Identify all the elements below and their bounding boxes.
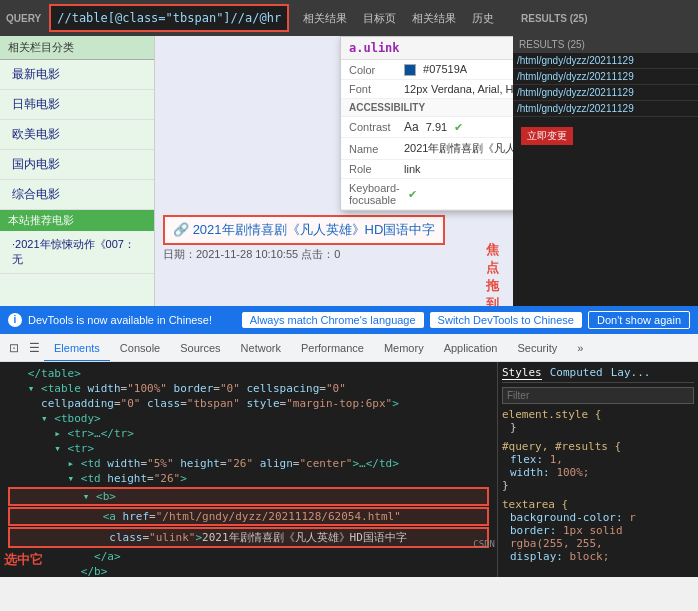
cursor-icon[interactable]: ⊡ bbox=[4, 334, 24, 362]
styles-tab[interactable]: Styles bbox=[502, 366, 542, 380]
sidebar-item-recommended[interactable]: ·2021年惊悚动作《007：无 bbox=[0, 231, 154, 274]
top-tab-2[interactable]: 目标页 bbox=[355, 0, 404, 36]
result-item-1[interactable]: /html/gndy/dyzz/20211129 bbox=[513, 53, 698, 69]
top-tab-4[interactable]: 历史 bbox=[464, 0, 502, 36]
tooltip-keyboard-value: ✔ bbox=[404, 188, 513, 201]
results-header: RESULTS (25) bbox=[513, 36, 698, 53]
csdn-watermark: CSDN bbox=[473, 539, 495, 549]
tooltip-font-row: Font 12px Verdana, Arial, Helvetica, san… bbox=[341, 80, 513, 99]
results-count: RESULTS (25) bbox=[519, 39, 585, 50]
tooltip-color-value: #07519A bbox=[404, 63, 513, 76]
result-item-3[interactable]: /html/gndy/dyzz/20211129 bbox=[513, 85, 698, 101]
notification-text: DevTools is now available in Chinese! bbox=[28, 314, 236, 326]
sidebar-item-western[interactable]: 欧美电影 bbox=[0, 120, 154, 150]
tab-elements[interactable]: Elements bbox=[44, 334, 110, 362]
css-prop-border: border: 1px solid bbox=[510, 524, 694, 537]
tooltip-popup: a.ulink 234.14 × 15 Color #07519A Font 1… bbox=[340, 36, 513, 211]
sidebar-header: 相关栏目分类 bbox=[0, 36, 154, 60]
switch-devtools-button[interactable]: Switch DevTools to Chinese bbox=[430, 312, 582, 328]
color-hex: #07519A bbox=[423, 63, 467, 75]
mobile-icon[interactable]: ☰ bbox=[24, 334, 44, 362]
tooltip-contrast-value: Aa 7.91 ✔ bbox=[404, 120, 513, 134]
tooltip-keyboard-row: Keyboard-focusable ✔ bbox=[341, 179, 513, 210]
tooltip-tag: a.ulink bbox=[349, 41, 400, 55]
highlighted-link-area: 🔗 2021年剧情喜剧《凡人英雄》HD国语中字 日期：2021-11-28 10… bbox=[155, 211, 513, 266]
element-style-block: element.style { } bbox=[502, 408, 694, 434]
immediate-result-btn[interactable]: 立即变更 bbox=[521, 127, 573, 145]
textarea-block: textarea { background-color: r border: 1… bbox=[502, 498, 694, 563]
tooltip-role-value: link bbox=[404, 163, 513, 175]
tab-more[interactable]: » bbox=[567, 334, 593, 362]
devtools-notification-bar: i DevTools is now available in Chinese! … bbox=[0, 306, 698, 334]
middle-content: a.ulink 234.14 × 15 Color #07519A Font 1… bbox=[155, 36, 513, 306]
keyboard-check-icon: ✔ bbox=[408, 188, 417, 200]
tooltip-role-label: Role bbox=[349, 163, 404, 175]
css-prop-rgba: rgba(255, 255, bbox=[510, 537, 694, 550]
tree-line-13: </b> bbox=[8, 564, 489, 577]
tooltip-color-label: Color bbox=[349, 64, 404, 76]
tree-line-1: </table> bbox=[8, 366, 489, 381]
css-selector-2: textarea { bbox=[502, 498, 568, 511]
css-selector-1: #query, #results { bbox=[502, 440, 621, 453]
main-content: 相关栏目分类 最新电影 日韩电影 欧美电影 国内电影 综合电影 本站推荐电影 ·… bbox=[0, 36, 698, 306]
tooltip-header: a.ulink 234.14 × 15 bbox=[341, 37, 513, 60]
tree-line-11: class="ulink">2021年剧情喜剧《凡人英雄》HD国语中字 bbox=[8, 527, 489, 548]
tab-network[interactable]: Network bbox=[231, 334, 291, 362]
aa-label: Aa bbox=[404, 120, 419, 134]
top-tab-3[interactable]: 相关结果 bbox=[404, 0, 464, 36]
tooltip-name-value: 2021年剧情喜剧《凡人英雄》HD国语... bbox=[404, 141, 513, 156]
tooltip-contrast-row: Contrast Aa 7.91 ✔ bbox=[341, 117, 513, 138]
result-right-panel: RESULTS (25) /html/gndy/dyzz/20211129 /h… bbox=[513, 36, 698, 306]
tooltip-font-value: 12px Verdana, Arial, Helvetica, sans-ser… bbox=[404, 83, 513, 95]
sidebar-item-newest[interactable]: 最新电影 bbox=[0, 60, 154, 90]
css-prop-flex: flex: 1, bbox=[510, 453, 694, 466]
dismiss-button[interactable]: Don't show again bbox=[588, 311, 690, 329]
tooltip-name-row: Name 2021年剧情喜剧《凡人英雄》HD国语... bbox=[341, 138, 513, 160]
results-label: RESULTS (25) bbox=[517, 13, 592, 24]
tree-line-3: cellpadding="0" class="tbspan" style="ma… bbox=[8, 396, 489, 411]
tab-console[interactable]: Console bbox=[110, 334, 170, 362]
tooltip-role-row: Role link bbox=[341, 160, 513, 179]
tab-sources[interactable]: Sources bbox=[170, 334, 230, 362]
layout-tab[interactable]: Lay... bbox=[611, 366, 651, 380]
info-icon: i bbox=[8, 313, 22, 327]
tooltip-keyboard-label: Keyboard-focusable bbox=[349, 182, 404, 206]
link-text: 2021年剧情喜剧《凡人英雄》HD国语中字 bbox=[193, 222, 436, 237]
sidebar-item-domestic[interactable]: 国内电影 bbox=[0, 150, 154, 180]
query-section: QUERY bbox=[0, 0, 295, 36]
sidebar-item-general[interactable]: 综合电影 bbox=[0, 180, 154, 210]
top-tab-1[interactable]: 相关结果 bbox=[295, 0, 355, 36]
html-tree: </table> ▾ <table width="100%" border="0… bbox=[0, 362, 498, 577]
query-input[interactable] bbox=[49, 4, 289, 32]
tab-application[interactable]: Application bbox=[434, 334, 508, 362]
match-language-button[interactable]: Always match Chrome's language bbox=[242, 312, 424, 328]
result-item-4[interactable]: /html/gndy/dyzz/20211129 bbox=[513, 101, 698, 117]
date-info: 日期：2021-11-28 10:10:55 点击：0 bbox=[163, 247, 505, 262]
query-results-block: #query, #results { flex: 1, width: 100%;… bbox=[502, 440, 694, 492]
styles-tabs: Styles Computed Lay... bbox=[502, 366, 694, 383]
select-annotation: 选中它 bbox=[4, 551, 43, 569]
highlighted-link[interactable]: 🔗 2021年剧情喜剧《凡人英雄》HD国语中字 bbox=[163, 215, 445, 245]
query-label: QUERY bbox=[6, 13, 41, 24]
sidebar-item-japanese[interactable]: 日韩电影 bbox=[0, 90, 154, 120]
styles-panel: Styles Computed Lay... element.style { }… bbox=[498, 362, 698, 577]
tooltip-name-label: Name bbox=[349, 143, 404, 155]
results-top: RESULTS (25) bbox=[513, 0, 698, 36]
tree-line-9: ▾ <b> bbox=[8, 487, 489, 506]
css-prop-width: width: 100%; bbox=[510, 466, 694, 479]
tree-line-8: ▾ <td height="26"> bbox=[8, 471, 489, 486]
tab-row: 相关结果 目标页 相关结果 历史 bbox=[295, 0, 513, 36]
tree-line-10[interactable]: <a href="/html/gndy/dyzz/20211128/62054.… bbox=[8, 507, 489, 526]
tab-security[interactable]: Security bbox=[507, 334, 567, 362]
tree-line-5: ▸ <tr>…</tr> bbox=[8, 426, 489, 441]
result-item-2[interactable]: /html/gndy/dyzz/20211129 bbox=[513, 69, 698, 85]
computed-tab[interactable]: Computed bbox=[550, 366, 603, 380]
filter-input[interactable] bbox=[502, 387, 694, 404]
sidebar: 相关栏目分类 最新电影 日韩电影 欧美电影 国内电影 综合电影 本站推荐电影 ·… bbox=[0, 36, 155, 306]
css-prop-display: display: block; bbox=[510, 550, 694, 563]
devtools-main: </table> ▾ <table width="100%" border="0… bbox=[0, 362, 698, 577]
tab-performance[interactable]: Performance bbox=[291, 334, 374, 362]
tab-memory[interactable]: Memory bbox=[374, 334, 434, 362]
element-style-selector: element.style { bbox=[502, 408, 601, 421]
tooltip-contrast-label: Contrast bbox=[349, 121, 404, 133]
